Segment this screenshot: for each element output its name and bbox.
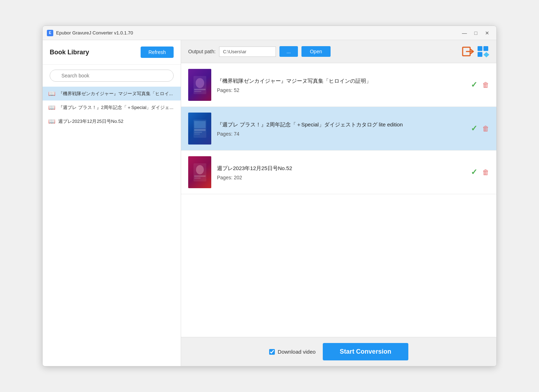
sidebar-book-label-2: 『週プレ プラス！』2周年記念「＋Special」ダイジェ... (58, 104, 173, 111)
book-title-2: 『週プレ プラス！』2周年記念「＋Special」ダイジェストカタログ lite… (217, 121, 465, 128)
delete-icon-1[interactable]: 🗑 (482, 81, 489, 89)
svg-rect-17 (194, 175, 206, 177)
book-actions-1: ✓ 🗑 (471, 80, 489, 89)
pages-value-1: 52 (234, 87, 239, 93)
maximize-button[interactable]: □ (471, 28, 481, 38)
book-actions-2: ✓ 🗑 (471, 124, 489, 133)
svg-rect-2 (478, 46, 483, 51)
book-pages-3: Pages: 202 (217, 175, 465, 180)
svg-rect-18 (194, 178, 201, 179)
sidebar-book-item-2[interactable]: 📖 『週プレ プラス！』2周年記念「＋Special」ダイジェ... (43, 100, 181, 114)
book-title-3: 週プレ2023年12月25日号No.52 (217, 164, 465, 172)
sidebar-book-label-3: 週プレ2023年12月25日号No.52 (58, 118, 124, 125)
book-icon-2: 📖 (48, 104, 55, 111)
book-actions-3: ✓ 🗑 (471, 168, 489, 177)
main-content: Book Library Refresh 🔍 📖 『機界戦隊ゼンカイジャー』マジ… (43, 40, 496, 366)
book-icon-1: 📖 (48, 90, 55, 97)
delete-icon-2[interactable]: 🗑 (482, 125, 489, 133)
check-icon-2: ✓ (471, 124, 477, 133)
check-icon-1: ✓ (471, 80, 477, 89)
svg-rect-4 (478, 52, 483, 57)
search-input[interactable] (50, 70, 174, 82)
pages-label-1: Pages: (217, 87, 233, 93)
sidebar-title: Book Library (50, 49, 89, 56)
book-entry-3: 週プレ2023年12月25日号No.52 Pages: 202 ✓ 🗑 (181, 151, 496, 194)
book-entry-2: 『週プレ プラス！』2周年記念「＋Special」ダイジェストカタログ lite… (181, 107, 496, 151)
import-icon (462, 45, 474, 58)
title-bar: E Epubor GravureJ Converter v1.0.1.70 — … (43, 26, 496, 40)
toolbar-icons (462, 45, 489, 58)
book-thumbnail-2 (188, 113, 211, 145)
output-path-value: C:\Users\ar (219, 47, 276, 57)
pages-value-3: 202 (234, 175, 242, 180)
search-wrapper: 🔍 (50, 70, 174, 82)
sidebar-book-item-1[interactable]: 📖 『機界戦隊ゼンカイジャー』マジーヌ写真集「ヒロイ... (43, 87, 181, 100)
pages-label-3: Pages: (217, 175, 233, 180)
book-list: 📖 『機界戦隊ゼンカイジャー』マジーヌ写真集「ヒロイ... 📖 『週プレ プラス… (43, 87, 181, 366)
svg-marker-5 (484, 52, 490, 58)
book-thumbnail-3 (188, 156, 211, 188)
book-info-3: 週プレ2023年12月25日号No.52 Pages: 202 (217, 164, 465, 180)
open-button[interactable]: Open (301, 46, 331, 57)
book-thumbnail-1 (188, 69, 211, 101)
svg-rect-13 (194, 132, 202, 133)
book-icon-3: 📖 (48, 118, 55, 125)
browse-button[interactable]: ... (279, 46, 298, 57)
sidebar-book-label-1: 『機界戦隊ゼンカイジャー』マジーヌ写真集「ヒロイ... (58, 91, 173, 97)
main-window: E Epubor GravureJ Converter v1.0.1.70 — … (42, 26, 497, 366)
pages-value-2: 74 (234, 131, 239, 137)
refresh-button[interactable]: Refresh (141, 47, 174, 58)
right-panel: Output path: C:\Users\ar ... Open (181, 40, 496, 366)
download-video-label[interactable]: Download video (269, 349, 316, 355)
svg-rect-12 (194, 129, 206, 131)
pages-label-2: Pages: (217, 131, 233, 137)
search-container: 🔍 (43, 65, 181, 87)
book-info-1: 『機界戦隊ゼンカイジャー』マジーヌ写真集「ヒロインの証明」 Pages: 52 (217, 77, 465, 93)
output-path-label: Output path: (188, 49, 216, 54)
output-bar: Output path: C:\Users\ar ... Open (181, 40, 496, 63)
bottom-bar: Download video Start Conversion (181, 337, 496, 366)
svg-rect-11 (194, 121, 206, 128)
book-pages-2: Pages: 74 (217, 131, 465, 137)
sidebar-book-item-3[interactable]: 📖 週プレ2023年12月25日号No.52 (43, 114, 181, 128)
svg-rect-14 (194, 134, 200, 135)
svg-rect-8 (194, 89, 206, 90)
minimize-button[interactable]: — (459, 28, 469, 38)
svg-rect-9 (194, 91, 201, 92)
svg-rect-3 (484, 46, 489, 51)
book-info-2: 『週プレ プラス！』2周年記念「＋Special」ダイジェストカタログ lite… (217, 121, 465, 137)
delete-icon-3[interactable]: 🗑 (482, 168, 489, 176)
book-pages-1: Pages: 52 (217, 87, 465, 93)
sidebar: Book Library Refresh 🔍 📖 『機界戦隊ゼンカイジャー』マジ… (43, 40, 181, 366)
import-icon-button[interactable] (462, 45, 474, 58)
check-icon-3: ✓ (471, 168, 477, 177)
app-icon: E (47, 30, 53, 36)
sidebar-header: Book Library Refresh (43, 40, 181, 65)
book-title-1: 『機界戦隊ゼンカイジャー』マジーヌ写真集「ヒロインの証明」 (217, 77, 465, 85)
start-conversion-button[interactable]: Start Conversion (323, 343, 408, 360)
books-content: 『機界戦隊ゼンカイジャー』マジーヌ写真集「ヒロインの証明」 Pages: 52 … (181, 63, 496, 337)
svg-point-7 (196, 78, 204, 88)
grid-icon-button[interactable] (477, 45, 489, 58)
download-video-checkbox[interactable] (269, 349, 275, 355)
close-button[interactable]: ✕ (482, 28, 492, 38)
svg-point-16 (196, 165, 204, 174)
grid-icon (477, 45, 489, 58)
window-title: Epubor GravureJ Converter v1.0.1.70 (56, 30, 459, 36)
window-controls: — □ ✕ (459, 28, 492, 38)
download-video-text: Download video (278, 349, 316, 355)
book-entry-1: 『機界戦隊ゼンカイジャー』マジーヌ写真集「ヒロインの証明」 Pages: 52 … (181, 63, 496, 107)
